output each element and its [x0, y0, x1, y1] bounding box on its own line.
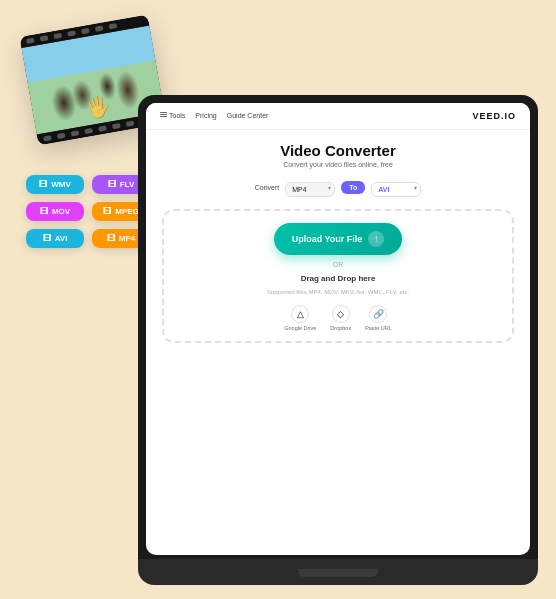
- page-title: Video Converter: [280, 142, 396, 159]
- google-drive-label: Google Drive: [284, 325, 316, 331]
- to-label: To: [341, 181, 365, 194]
- page-subtitle: Convert your video files online, free: [283, 161, 393, 168]
- film-icon: 🎞: [39, 180, 47, 189]
- google-drive-option[interactable]: △ Google Drive: [284, 305, 316, 331]
- film-hole: [98, 125, 107, 131]
- film-hole: [43, 135, 52, 141]
- format-label: FLV: [120, 180, 135, 189]
- upload-area: Upload Your File ↑ OR Drag and Drop here…: [162, 209, 514, 343]
- film-icon: 🎞: [103, 207, 111, 216]
- upload-button-text: Upload Your File: [292, 234, 363, 244]
- laptop-screen: Tools Pricing Guide Center VEED.IO Video…: [146, 103, 530, 555]
- film-hole: [57, 132, 66, 138]
- laptop-body: [138, 559, 538, 585]
- convert-row: Convert MP4 MOV AVI To AVI: [162, 178, 514, 197]
- to-select-wrapper: AVI MP4 MOV: [371, 178, 421, 197]
- nav-item-tools[interactable]: Tools: [160, 112, 185, 119]
- format-label: WMV: [51, 180, 71, 189]
- format-label: MPEG: [115, 207, 139, 216]
- google-drive-icon: △: [291, 305, 309, 323]
- film-hole: [40, 35, 49, 41]
- from-format-select[interactable]: MP4 MOV AVI: [285, 182, 335, 197]
- nav-bar: Tools Pricing Guide Center VEED.IO: [146, 103, 530, 130]
- paste-url-label: Paste URL: [365, 325, 392, 331]
- film-hole: [126, 120, 135, 126]
- convert-label: Convert: [255, 184, 280, 191]
- film-hole: [109, 23, 118, 29]
- film-icon: 🎞: [40, 207, 48, 216]
- dropbox-icon: ◇: [332, 305, 350, 323]
- film-hole: [71, 130, 80, 136]
- drag-drop-text: Drag and Drop here: [301, 274, 376, 283]
- format-label: MOV: [52, 207, 70, 216]
- upload-button[interactable]: Upload Your File ↑: [274, 223, 403, 255]
- format-badge-avi: 🎞 AVI: [26, 229, 84, 248]
- logo: VEED.IO: [472, 111, 516, 121]
- film-icon: 🎞: [107, 234, 115, 243]
- film-icon: 🎞: [108, 180, 116, 189]
- film-icon: 🎞: [43, 234, 51, 243]
- film-hole: [84, 127, 93, 133]
- format-label: MP4: [119, 234, 135, 243]
- laptop-base: [298, 569, 378, 577]
- nav-tools-label: Tools: [169, 112, 185, 119]
- film-hole: [81, 27, 90, 33]
- grid-icon: [160, 112, 167, 119]
- film-hole: [53, 32, 62, 38]
- hand-icon: 🖐️: [83, 92, 112, 120]
- laptop: Tools Pricing Guide Center VEED.IO Video…: [138, 95, 538, 585]
- film-hole: [26, 37, 35, 43]
- nav-pricing-label: Pricing: [195, 112, 216, 119]
- nav-item-guide[interactable]: Guide Center: [227, 112, 269, 119]
- film-hole: [112, 122, 121, 128]
- format-badge-wmv: 🎞 WMV: [26, 175, 84, 194]
- or-text: OR: [333, 261, 344, 268]
- drive-options-row: △ Google Drive ◇ Dropbox 🔗 Paste URL: [284, 305, 392, 331]
- supported-formats-text: Supported files MP4, MOV, MKV, Avi, WMC,…: [267, 289, 409, 295]
- main-content: Video Converter Convert your video files…: [146, 130, 530, 555]
- nav-guide-label: Guide Center: [227, 112, 269, 119]
- from-select-wrapper: MP4 MOV AVI: [285, 178, 335, 197]
- format-label: AVI: [55, 234, 68, 243]
- film-hole: [95, 25, 104, 31]
- paste-url-icon: 🔗: [369, 305, 387, 323]
- dropbox-option[interactable]: ◇ Dropbox: [330, 305, 351, 331]
- dropbox-label: Dropbox: [330, 325, 351, 331]
- to-format-select[interactable]: AVI MP4 MOV: [371, 182, 421, 197]
- paste-url-option[interactable]: 🔗 Paste URL: [365, 305, 392, 331]
- film-hole: [67, 30, 76, 36]
- format-badge-mov: 🎞 MOV: [26, 202, 84, 221]
- scene: 🖐️ 🎞 WMV: [18, 15, 538, 585]
- nav-item-pricing[interactable]: Pricing: [195, 112, 216, 119]
- upload-icon: ↑: [368, 231, 384, 247]
- laptop-screen-outer: Tools Pricing Guide Center VEED.IO Video…: [138, 95, 538, 563]
